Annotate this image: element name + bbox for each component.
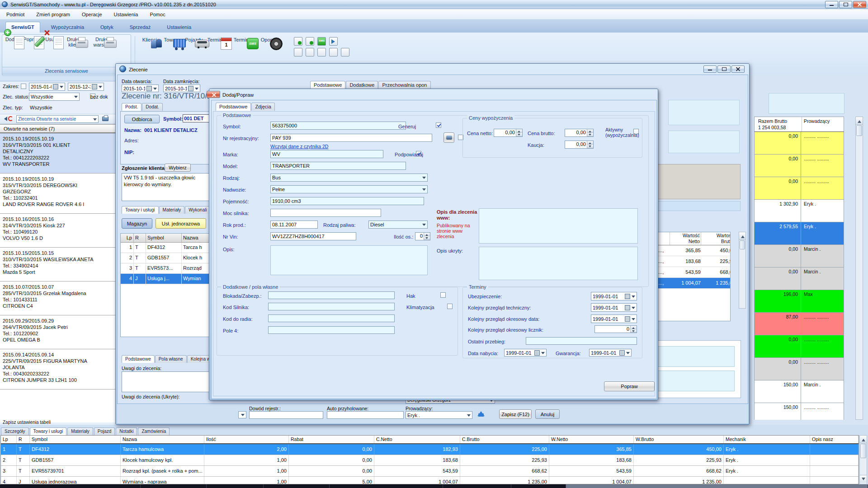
- column-header[interactable]: Mechanik: [724, 436, 810, 443]
- toolbar-small-icon[interactable]: [341, 48, 349, 56]
- bottom-tab[interactable]: Pojazd: [94, 427, 115, 435]
- order-list-item[interactable]: 2015.10.07/2015.10.07 285/VTR/10/2015 Gr…: [0, 282, 117, 315]
- column-header[interactable]: Opis nasz: [810, 436, 859, 443]
- order-item-row[interactable]: 1TDF4312Tarcza h: [121, 243, 209, 253]
- order-item-row[interactable]: 3TEVR5573...Rozrząd: [121, 263, 209, 274]
- column-header[interactable]: W.Brutto: [634, 436, 724, 443]
- totals-header[interactable]: Razem Brutto1 254 003,58 Prowadzący: [754, 117, 844, 132]
- sms-small-icon[interactable]: SMS: [317, 37, 326, 46]
- note-tab[interactable]: Podstawowe: [122, 355, 155, 363]
- column-header[interactable]: Lp: [1, 436, 17, 443]
- purchase-date-picker[interactable]: 1999-01-01: [504, 349, 547, 357]
- order-items-header[interactable]: LpRSymbolNazwa: [121, 234, 209, 243]
- add-order-button[interactable]: Dodaj: [2, 35, 21, 42]
- module-tab[interactable]: Optyk: [95, 22, 119, 33]
- maximize-button[interactable]: [839, 1, 852, 8]
- symbol-input[interactable]: 563375000: [270, 122, 406, 130]
- values-row[interactable]: ...,183,68225,93: [657, 256, 730, 267]
- bottom-tab[interactable]: Notatki: [116, 427, 137, 435]
- order-list-item[interactable]: 2015.09.14/2015.09.14 225/VTR/09/2015 FI…: [0, 349, 117, 389]
- power-input[interactable]: [270, 209, 381, 217]
- items-table-scrollbar[interactable]: [859, 435, 867, 484]
- goods-tab[interactable]: Materiały: [159, 206, 185, 214]
- mini-select[interactable]: [238, 411, 246, 418]
- warranty-date-picker[interactable]: 1999-01-01: [589, 349, 632, 357]
- scroll-up-icon[interactable]: [739, 232, 745, 240]
- scroll-down-icon[interactable]: [860, 475, 867, 483]
- totals-row[interactable]: 87,00......... .........: [755, 313, 844, 335]
- description-input[interactable]: [270, 245, 428, 275]
- deposit-stepper[interactable]: 0,00: [565, 141, 594, 149]
- engine-code-input[interactable]: [268, 303, 395, 310]
- spin-up-icon[interactable]: [424, 233, 430, 236]
- add-doc-icon[interactable]: [294, 37, 302, 46]
- spin-up-icon[interactable]: [516, 129, 522, 133]
- totals-row[interactable]: 150,00Marcin .: [755, 380, 844, 403]
- hook-checkbox[interactable]: [440, 292, 446, 298]
- ac-checkbox[interactable]: [447, 304, 453, 309]
- table-row[interactable]: 3TEVR55739701Rozrząd kpl. (pasek + rolka…: [1, 466, 859, 477]
- www-desc-input[interactable]: [479, 208, 638, 244]
- menu-item[interactable]: Zmień program: [33, 10, 73, 19]
- totals-row[interactable]: 1 302,90Eryk .: [755, 200, 844, 222]
- hidden-desc-input[interactable]: [479, 247, 638, 280]
- column-header[interactable]: Nazwa: [121, 436, 204, 443]
- add-doc-icon[interactable]: [306, 37, 314, 46]
- close-button[interactable]: [853, 1, 866, 8]
- spin-down-icon[interactable]: [631, 329, 637, 333]
- menu-item[interactable]: Podmiot: [4, 10, 27, 19]
- model-input[interactable]: TRANSPORTER: [270, 162, 406, 170]
- date-to-picker[interactable]: 2015-12-31: [68, 83, 104, 91]
- totals-row[interactable]: 0,00......... .........: [755, 177, 844, 200]
- odometer-term-stepper[interactable]: 0: [594, 325, 637, 333]
- view-select[interactable]: Zlecenia Otwarte na serwisie: [16, 115, 99, 123]
- kind-select[interactable]: Bus: [270, 174, 428, 182]
- totals-row[interactable]: 2 579,55Eryk .: [755, 222, 844, 245]
- prowadzacy-select[interactable]: Eryk .: [406, 411, 472, 419]
- term-date-picker[interactable]: 1999-01-01: [591, 314, 637, 323]
- totals-row[interactable]: 150,00......... .........: [755, 403, 844, 420]
- column-header[interactable]: Rabat: [289, 436, 374, 443]
- column-header[interactable]: C.Brutto: [460, 436, 549, 443]
- refresh-icon[interactable]: [8, 116, 13, 121]
- order-notes-input[interactable]: [122, 371, 210, 392]
- maximize-button[interactable]: [717, 66, 731, 73]
- body-select[interactable]: Pełne: [270, 185, 428, 193]
- scrollbar-thumb[interactable]: [856, 125, 862, 136]
- zlecenie-tab[interactable]: Podstawowe: [310, 81, 345, 89]
- spin-up-icon[interactable]: [587, 129, 593, 133]
- column-header[interactable]: Ilość: [204, 436, 289, 443]
- zlecenie-tab[interactable]: Przechowalnia opon: [378, 81, 430, 89]
- bottom-tab[interactable]: Szczegóły: [1, 427, 29, 435]
- note-tab[interactable]: Pola własne: [155, 355, 187, 363]
- close-button[interactable]: [207, 91, 220, 98]
- towed-car-input[interactable]: [327, 411, 404, 419]
- order-item-row[interactable]: 2TGDB1557Klocek h: [121, 253, 209, 263]
- spin-down-icon[interactable]: [587, 133, 593, 136]
- toolbar-small-icon[interactable]: [294, 48, 302, 56]
- date-from-picker[interactable]: 2015-01-01: [29, 83, 65, 91]
- minimize-button[interactable]: [703, 66, 717, 73]
- forward-icon[interactable]: [329, 37, 338, 46]
- menu-item[interactable]: Operacje: [79, 10, 105, 19]
- choose-button[interactable]: Wybierz: [165, 164, 191, 172]
- goods-tab[interactable]: Wykonali: [185, 206, 210, 214]
- type-value[interactable]: Wszystkie: [30, 105, 52, 110]
- capacity-input[interactable]: 1910,00 cm3: [270, 197, 424, 205]
- clients-button[interactable]: Klienci: [138, 35, 161, 42]
- scroll-up-icon[interactable]: [856, 117, 863, 125]
- totals-row[interactable]: 0,00......... .........: [755, 155, 844, 177]
- zlecenie-tab[interactable]: Dodatkowe: [346, 81, 378, 89]
- gross-price-stepper[interactable]: 0,00: [565, 129, 594, 137]
- prod-year-input[interactable]: 08.11.2007: [270, 221, 318, 229]
- order-list-item[interactable]: 2015.09.29/2015.09.29 264/VTR/09/2015 Ja…: [0, 315, 117, 349]
- vehicles-button[interactable]: Pojazdy: [183, 35, 205, 42]
- popraw-button[interactable]: Popraw: [604, 381, 655, 391]
- values-row[interactable]: ...,1 004,071 235,00: [657, 278, 730, 289]
- print-workshop-button[interactable]: Drukuj warsztat: [88, 35, 117, 47]
- fuel-select[interactable]: Diesel: [368, 221, 428, 229]
- recipient-button[interactable]: Odbiorca: [124, 115, 160, 123]
- note-tab[interactable]: Kolejna w: [187, 355, 210, 363]
- spin-down-icon[interactable]: [587, 145, 593, 148]
- list-header[interactable]: Otwarte na serwisie (7): [0, 124, 117, 133]
